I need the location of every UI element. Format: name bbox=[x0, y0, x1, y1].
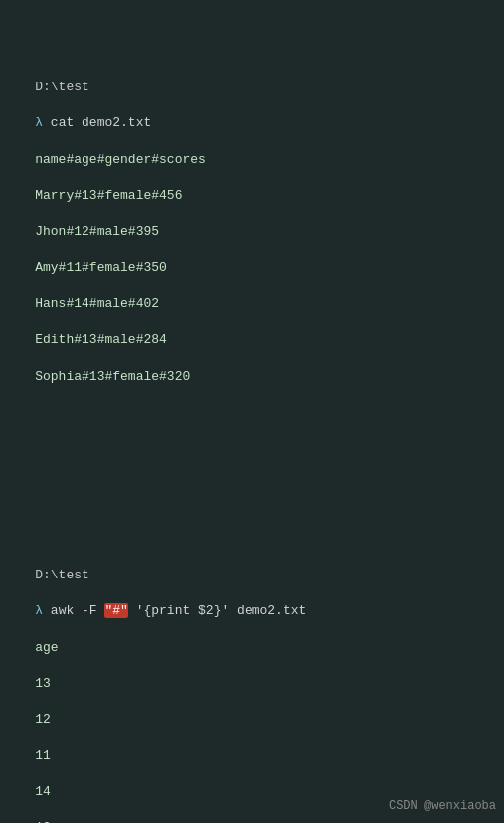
output-1-3: Jhon#12#male#395 bbox=[35, 224, 159, 239]
cmd-1: cat demo2.txt bbox=[43, 115, 151, 130]
lambda-2: λ bbox=[35, 603, 43, 618]
lambda-1: λ bbox=[35, 115, 43, 130]
output-2-2: 13 bbox=[35, 676, 51, 691]
output-1-5: Hans#14#male#402 bbox=[35, 296, 159, 311]
output-1-7: Sophia#13#female#320 bbox=[35, 369, 190, 384]
block-2: D:\test λ awk -F "#" '{print $2}' demo2.… bbox=[4, 549, 500, 823]
output-1-1: name#age#gender#scores bbox=[35, 152, 206, 167]
output-1-2: Marry#13#female#456 bbox=[35, 188, 182, 203]
prompt-2: D:\test bbox=[35, 568, 89, 582]
prompt-1: D:\test bbox=[35, 80, 89, 94]
output-2-1: age bbox=[35, 640, 58, 655]
cmd-2-suffix: '{print $2}' demo2.txt bbox=[128, 603, 306, 618]
output-2-5: 14 bbox=[35, 784, 51, 799]
watermark: CSDN @wenxiaoba bbox=[389, 798, 496, 815]
block-1: D:\test λ cat demo2.txt name#age#gender#… bbox=[4, 61, 500, 422]
output-1-6: Edith#13#male#284 bbox=[35, 332, 167, 347]
output-2-4: 11 bbox=[35, 748, 51, 763]
output-1-4: Amy#11#female#350 bbox=[35, 260, 167, 275]
cmd-2-highlight: "#" bbox=[104, 603, 127, 618]
output-2-3: 12 bbox=[35, 712, 51, 727]
cmd-2-prefix: awk -F bbox=[43, 603, 104, 618]
terminal: D:\test λ cat demo2.txt name#age#gender#… bbox=[4, 6, 500, 823]
